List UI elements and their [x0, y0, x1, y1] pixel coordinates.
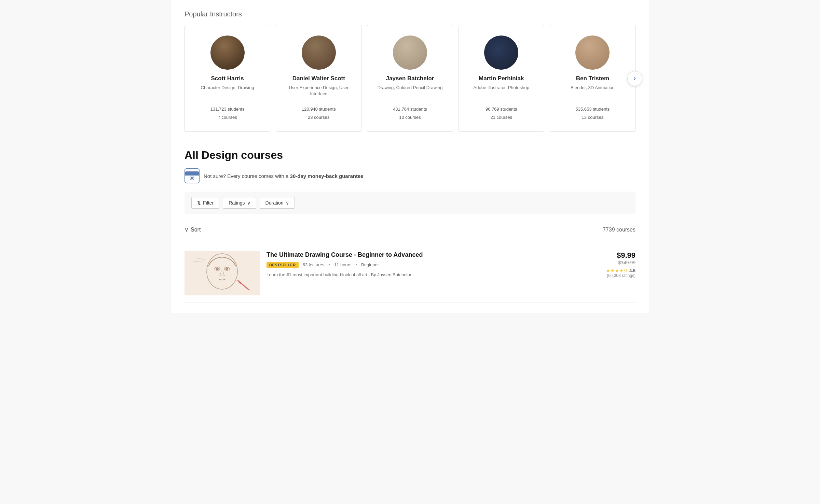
popular-instructors-title: Popular Instructors: [184, 10, 636, 18]
next-arrow-button[interactable]: ›: [627, 71, 642, 86]
instructor-card-ben[interactable]: Ben Tristem Blender, 3D Animation 535,65…: [550, 25, 636, 132]
instructor-name: Jaysen Batchelor: [386, 75, 434, 82]
rating-number: 4.5: [629, 268, 636, 273]
course-lectures: 63 lectures: [303, 262, 325, 267]
sort-label: Sort: [191, 227, 201, 233]
instructor-stats: 120,940 students 23 courses: [302, 105, 336, 121]
instructor-students: 96,769 students: [486, 105, 517, 113]
instructor-card-daniel[interactable]: Daniel Walter Scott User Experience Desi…: [276, 25, 361, 132]
instructor-students: 120,940 students: [302, 105, 336, 113]
course-title: The Ultimate Drawing Course - Beginner t…: [266, 251, 588, 259]
star-icons: ★★★★½: [606, 268, 628, 273]
svg-point-5: [226, 267, 228, 270]
instructor-stats: 131,723 students 7 courses: [210, 105, 245, 121]
guarantee-bar: 30 Not sure? Every course comes with a 3…: [184, 168, 636, 183]
instructor-name: Ben Tristem: [576, 75, 609, 82]
instructor-subjects: Drawing, Colored Pencil Drawing: [378, 85, 443, 91]
course-price: $9.99 $149.99 ★★★★½ 4.5 (66,303 ratings): [594, 251, 636, 278]
instructor-courses: 23 courses: [302, 113, 336, 121]
instructor-subjects: User Experience Design, User Interface: [283, 85, 354, 97]
rating-row: ★★★★½ 4.5: [594, 268, 636, 273]
instructor-avatar: [393, 36, 427, 70]
instructor-name: Daniel Walter Scott: [292, 75, 345, 82]
meta-dot-2: •: [355, 262, 357, 267]
filter-icon: ⇅: [197, 200, 201, 206]
svg-rect-0: [184, 251, 260, 295]
instructor-stats: 535,653 students 13 courses: [576, 105, 610, 121]
course-card[interactable]: The Ultimate Drawing Course - Beginner t…: [184, 244, 636, 303]
all-courses-title: All Design courses: [184, 149, 636, 162]
instructor-avatar: [302, 36, 336, 70]
instructor-card-martin[interactable]: Martin Perhiniak Adobe Illustrator, Phot…: [459, 25, 544, 132]
course-thumbnail: [184, 251, 260, 295]
filter-label: Filter: [203, 200, 214, 206]
avatar-image: [393, 36, 427, 70]
instructor-name: Martin Perhiniak: [479, 75, 524, 82]
rating-count: (66,303 ratings): [607, 273, 636, 278]
duration-button[interactable]: Duration ∨: [260, 197, 295, 209]
drawing-svg: [184, 251, 260, 295]
instructor-name: Scott Harris: [211, 75, 244, 82]
courses-list: The Ultimate Drawing Course - Beginner t…: [184, 244, 636, 303]
instructor-subjects: Blender, 3D Animation: [571, 85, 615, 91]
instructor-courses: 21 courses: [486, 113, 517, 121]
rating-count-row: (66,303 ratings): [594, 273, 636, 278]
price-current: $9.99: [594, 251, 636, 260]
duration-label: Duration: [265, 200, 284, 206]
avatar-image: [484, 36, 518, 70]
course-hours: 11 hours: [334, 262, 352, 267]
instructor-avatar: [575, 36, 610, 70]
instructor-subjects: Adobe Illustrator, Photoshop: [474, 85, 529, 91]
sort-toggle[interactable]: ∨ Sort: [184, 226, 201, 233]
courses-count: 7739 courses: [603, 227, 636, 233]
instructor-stats: 431,764 students 10 courses: [393, 105, 427, 121]
ratings-button[interactable]: Ratings ∨: [223, 197, 256, 209]
all-courses-section: All Design courses 30 Not sure? Every co…: [184, 149, 636, 303]
instructor-subjects: Character Design, Drawing: [201, 85, 254, 91]
instructor-courses: 7 courses: [210, 113, 245, 121]
avatar-image: [575, 36, 610, 70]
instructor-stats: 96,769 students 21 courses: [486, 105, 517, 121]
avatar-image: [210, 36, 245, 70]
filter-bar: ⇅ Filter Ratings ∨ Duration ∨: [184, 192, 636, 214]
price-original: $149.99: [594, 260, 636, 265]
meta-dot-1: •: [328, 262, 330, 267]
duration-chevron-icon: ∨: [286, 200, 289, 206]
course-info: The Ultimate Drawing Course - Beginner t…: [266, 251, 588, 278]
instructor-avatar: [210, 36, 245, 70]
instructor-avatar: [484, 36, 518, 70]
bestseller-badge: BESTSELLER: [266, 262, 299, 268]
instructor-students: 535,653 students: [576, 105, 610, 113]
instructor-students: 131,723 students: [210, 105, 245, 113]
calendar-icon: 30: [184, 168, 200, 183]
svg-point-4: [216, 267, 219, 270]
course-meta: BESTSELLER 63 lectures • 11 hours • Begi…: [266, 262, 588, 268]
instructor-card-jaysen[interactable]: Jaysen Batchelor Drawing, Colored Pencil…: [367, 25, 453, 132]
ratings-chevron-icon: ∨: [247, 200, 250, 206]
course-level: Beginner: [361, 262, 379, 267]
instructor-card-scott[interactable]: Scott Harris Character Design, Drawing 1…: [184, 25, 270, 132]
avatar-image: [302, 36, 336, 70]
guarantee-text: Not sure? Every course comes with a 30-d…: [204, 173, 364, 179]
ratings-label: Ratings: [229, 200, 245, 206]
instructors-grid: Scott Harris Character Design, Drawing 1…: [184, 25, 636, 132]
sort-bar: ∨ Sort 7739 courses: [184, 222, 636, 237]
instructor-students: 431,764 students: [393, 105, 427, 113]
course-thumbnail-image: [184, 251, 260, 295]
sort-chevron-icon: ∨: [184, 226, 189, 233]
course-description: Learn the #1 most important building blo…: [266, 271, 588, 278]
instructor-courses: 10 courses: [393, 113, 427, 121]
filter-button[interactable]: ⇅ Filter: [191, 197, 219, 209]
instructor-courses: 13 courses: [576, 113, 610, 121]
